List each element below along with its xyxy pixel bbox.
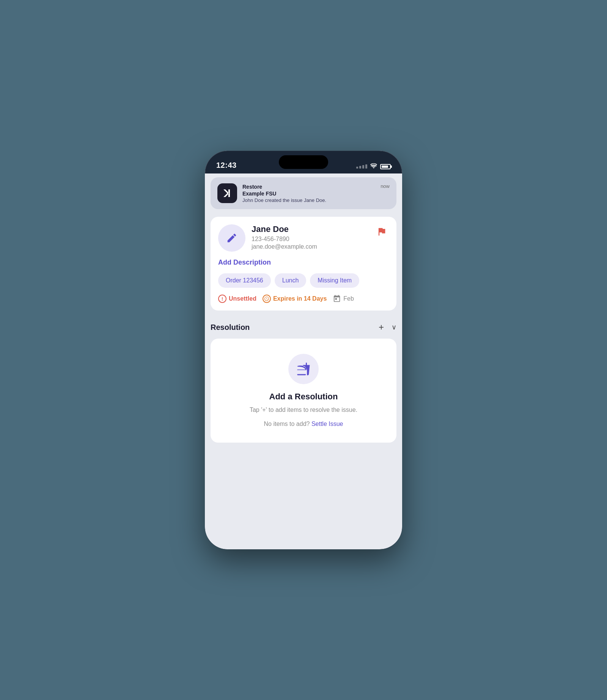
status-expires-item: Expires in 14 Days	[263, 295, 327, 303]
status-icons	[356, 163, 391, 170]
flag-icon	[376, 226, 387, 237]
resolution-empty-title: Add a Resolution	[269, 392, 338, 402]
resolution-collapse-button[interactable]: ∨	[392, 323, 396, 331]
notification-subtitle: Example FSU	[242, 191, 375, 197]
resolution-section: Resolution + ∨	[205, 314, 402, 446]
resolution-empty-desc: Tap '+' to add items to resolve the issu…	[250, 405, 357, 415]
user-name: Jane Doe	[252, 224, 368, 234]
expires-label: Expires in 14 Days	[273, 295, 327, 302]
status-time: 12:43	[216, 161, 237, 170]
resolution-add-button[interactable]: +	[379, 322, 384, 333]
notification-banner[interactable]: Restore Example FSU John Doe created the…	[211, 177, 396, 209]
settle-prefix: No items to add?	[264, 421, 310, 427]
notification-app-name: Restore	[242, 184, 375, 190]
food-icon	[297, 362, 310, 376]
user-phone: 123-456-7890	[252, 236, 368, 243]
resolution-header: Resolution + ∨	[211, 322, 396, 333]
tag-missing-item[interactable]: Missing Item	[310, 273, 359, 288]
user-avatar-circle	[218, 224, 245, 252]
resolution-title: Resolution	[211, 323, 250, 332]
status-row: ! Unsettled Expires in 14 Days	[218, 295, 389, 303]
clock-icon	[263, 295, 271, 303]
settle-issue-link[interactable]: Settle Issue	[311, 421, 343, 427]
add-description-button[interactable]: Add Description	[218, 259, 389, 266]
phone-screen: 12:43	[205, 151, 402, 549]
unsettled-icon: !	[218, 295, 226, 303]
notification-content: Restore Example FSU John Doe created the…	[242, 184, 375, 203]
battery-icon	[380, 164, 391, 169]
calendar-icon	[333, 295, 341, 303]
food-icon-circle	[288, 354, 319, 384]
tag-order[interactable]: Order 123456	[218, 273, 271, 288]
status-bar: 12:43	[205, 151, 402, 173]
unsettled-label: Unsettled	[229, 295, 256, 302]
status-date-item: Feb	[333, 295, 354, 303]
wifi-icon	[370, 163, 377, 170]
status-unsettled-item: ! Unsettled	[218, 295, 256, 303]
user-info: Jane Doe 123-456-7890 jane.doe@example.c…	[252, 224, 368, 250]
signal-icon	[356, 164, 367, 169]
notification-time: now	[381, 183, 390, 189]
user-email: jane.doe@example.com	[252, 243, 368, 250]
screen-body: Restore Example FSU John Doe created the…	[205, 173, 402, 549]
issue-card: Jane Doe 123-456-7890 jane.doe@example.c…	[211, 217, 396, 311]
phone-frame: 12:43	[205, 151, 402, 549]
date-label: Feb	[343, 295, 354, 302]
issue-header: Jane Doe 123-456-7890 jane.doe@example.c…	[218, 224, 389, 252]
resolution-actions: + ∨	[379, 322, 396, 333]
tags-row: Order 123456 Lunch Missing Item	[218, 273, 389, 288]
flag-button[interactable]	[374, 224, 389, 239]
dynamic-island	[279, 155, 328, 169]
settle-issue-row: No items to add? Settle Issue	[264, 421, 343, 427]
notification-body: John Doe created the issue Jane Doe.	[242, 197, 375, 203]
tag-lunch[interactable]: Lunch	[275, 273, 307, 288]
resolution-empty-card: Add a Resolution Tap '+' to add items to…	[211, 339, 396, 443]
notification-app-icon	[217, 183, 237, 203]
